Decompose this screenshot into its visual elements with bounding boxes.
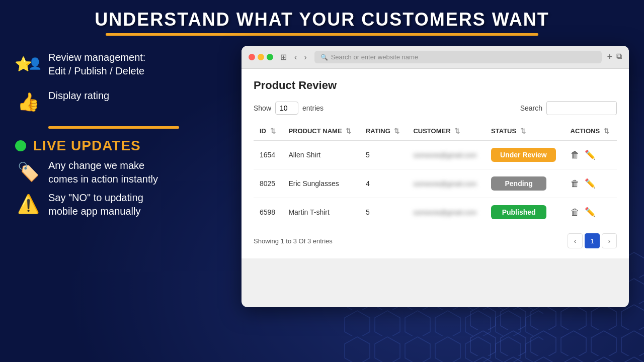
feature-live-updates: 🏷️ Any change we makecomes in action ins…: [15, 159, 226, 186]
browser-toolbar: ⊞ ‹ › 🔍 Search or enter website name + ⧉: [242, 46, 629, 69]
add-tab-icon[interactable]: +: [607, 52, 612, 62]
cell-status: Published: [485, 198, 564, 227]
main-title: UNDERSTAND WHAT YOUR CUSTOMERS WANT: [20, 9, 624, 30]
entries-label: entries: [302, 104, 324, 112]
table-row: 6598 Martin T-shirt 5 someone@gmail.com …: [254, 198, 617, 227]
cell-product-name: Martin T-shirt: [282, 198, 360, 227]
col-customer: CUSTOMER ⇅: [407, 122, 485, 140]
display-rating-text: Display rating: [48, 89, 109, 103]
page-header: UNDERSTAND WHAT YOUR CUSTOMERS WANT: [0, 0, 644, 41]
browser-url-bar[interactable]: 🔍 Search or enter website name: [314, 51, 602, 63]
col-rating: RATING ⇅: [360, 122, 407, 140]
feature-divider: [48, 126, 179, 129]
show-label: Show: [254, 104, 271, 112]
table-row: 1654 Allen Shirt 5 someone@gmail.com Und…: [254, 140, 617, 169]
live-updates-header: LIVE UPDATES: [15, 138, 226, 154]
prev-page-btn[interactable]: ‹: [568, 233, 583, 248]
status-badge: Published: [491, 205, 546, 219]
edit-icon[interactable]: ✏️: [585, 149, 596, 160]
display-rating-icon: 👍: [15, 89, 41, 115]
live-updates-desc: Any change we makecomes in action instan…: [48, 159, 158, 186]
search-control: Search: [520, 101, 617, 115]
cell-rating: 5: [360, 198, 407, 227]
status-badge: Under Review: [491, 148, 556, 162]
cell-actions: 🗑 ✏️: [565, 198, 617, 227]
table-controls: Show 10 25 50 entries Search: [254, 101, 617, 115]
copy-icon[interactable]: ⧉: [616, 52, 622, 62]
action-icon: 🏷️: [15, 159, 41, 185]
search-input[interactable]: [546, 101, 617, 115]
no-manual-text: Say "NO" to updatingmobile app manually: [48, 191, 143, 218]
table-header-row: ID ⇅ PRODUCT NAME ⇅ RATING ⇅ CUSTOMER ⇅ …: [254, 122, 617, 140]
browser-window: ⊞ ‹ › 🔍 Search or enter website name + ⧉…: [242, 46, 629, 307]
cell-id: 1654: [254, 140, 282, 169]
nav-forward[interactable]: ›: [301, 52, 309, 63]
showing-entries-text: Showing 1 to 3 Of 3 entries: [254, 237, 333, 245]
edit-icon[interactable]: ✏️: [585, 207, 596, 218]
feature-review-management: ⭐ 👤 Review management:Edit / Publish / D…: [15, 51, 226, 78]
review-management-icon: ⭐ 👤: [15, 51, 41, 77]
nav-back[interactable]: ‹: [292, 52, 299, 63]
cell-actions: 🗑 ✏️: [565, 169, 617, 198]
browser-actions: + ⧉: [607, 52, 622, 62]
col-product-name: PRODUCT NAME ⇅: [282, 122, 360, 140]
cell-status: Under Review: [485, 140, 564, 169]
dot-minimize[interactable]: [258, 54, 264, 60]
url-text: Search or enter website name: [331, 53, 418, 61]
cell-rating: 4: [360, 169, 407, 198]
cell-status: Pending: [485, 169, 564, 198]
page-1-btn[interactable]: 1: [585, 233, 600, 248]
cell-actions: 🗑 ✏️: [565, 140, 617, 169]
delete-icon[interactable]: 🗑: [571, 178, 580, 189]
edit-icon[interactable]: ✏️: [585, 178, 596, 189]
browser-dots: [249, 54, 273, 60]
grid-icon: ⊞: [280, 52, 287, 62]
browser-nav: ‹ ›: [292, 52, 309, 63]
live-updates-title: LIVE UPDATES: [33, 138, 141, 154]
cell-rating: 5: [360, 140, 407, 169]
title-underline: [106, 33, 538, 36]
left-panel: ⭐ 👤 Review management:Edit / Publish / D…: [15, 46, 226, 218]
feature-display-rating: 👍 Display rating: [15, 89, 226, 115]
entries-select[interactable]: 10 25 50: [275, 102, 298, 115]
show-entries-control: Show 10 25 50 entries: [254, 102, 324, 115]
cell-customer: someone@gmail.com: [407, 140, 485, 169]
cell-id: 8025: [254, 169, 282, 198]
dot-close[interactable]: [249, 54, 255, 60]
cell-customer: someone@gmail.com: [407, 169, 485, 198]
feature-no-manual: ⚠️ Say "NO" to updatingmobile app manual…: [15, 191, 226, 218]
next-page-btn[interactable]: ›: [602, 233, 617, 248]
col-id: ID ⇅: [254, 122, 282, 140]
delete-icon[interactable]: 🗑: [571, 150, 580, 160]
live-dot: [15, 140, 26, 151]
browser-body: Product Review Show 10 25 50 entries Sea…: [242, 69, 629, 258]
no-manual-icon: ⚠️: [15, 191, 41, 217]
cell-id: 6598: [254, 198, 282, 227]
table-footer: Showing 1 to 3 Of 3 entries ‹ 1 ›: [254, 233, 617, 248]
dot-maximize[interactable]: [267, 54, 273, 60]
cell-product-name: Allen Shirt: [282, 140, 360, 169]
col-status: STATUS ⇅: [485, 122, 564, 140]
table-row: 8025 Eric Sunglasses 4 someone@gmail.com…: [254, 169, 617, 198]
cell-product-name: Eric Sunglasses: [282, 169, 360, 198]
cell-customer: someone@gmail.com: [407, 198, 485, 227]
data-table: ID ⇅ PRODUCT NAME ⇅ RATING ⇅ CUSTOMER ⇅ …: [254, 122, 617, 226]
delete-icon[interactable]: 🗑: [571, 207, 580, 218]
product-review-title: Product Review: [254, 79, 617, 92]
review-management-text: Review management:Edit / Publish / Delet…: [48, 51, 145, 78]
pagination: ‹ 1 ›: [568, 233, 617, 248]
status-badge: Pending: [491, 176, 546, 191]
search-label: Search: [520, 104, 542, 112]
col-actions: ACTIONS ⇅: [565, 122, 617, 140]
